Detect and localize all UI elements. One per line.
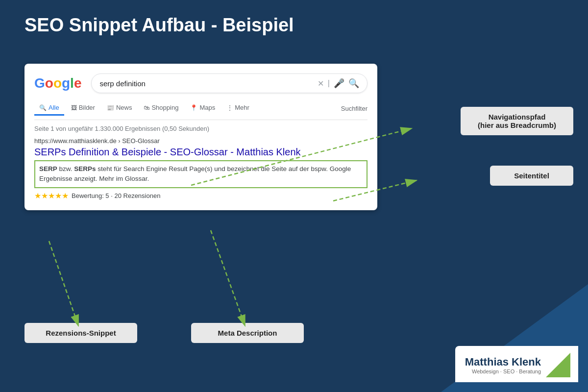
result-url: https://www.matthiasklenk.de › SEO-Gloss…: [34, 137, 368, 145]
tab-news[interactable]: 📰 News: [102, 101, 137, 116]
serp-mockup: Google serp definition ✕ | 🎤 🔍 🔍 Alle 🖼 …: [24, 64, 377, 210]
brand-box: Matthias Klenk Webdesign · SEO · Beratun…: [455, 346, 578, 382]
brand-text: Matthias Klenk Webdesign · SEO · Beratun…: [465, 356, 541, 374]
svg-line-3: [49, 241, 78, 326]
mehr-icon: ⋮: [227, 104, 233, 111]
search-bar[interactable]: serp definition ✕ | 🎤 🔍: [91, 74, 368, 93]
brand-footer: Matthias Klenk Webdesign · SEO · Beratun…: [455, 346, 578, 382]
result-description: SERP bzw. SERPs steht für Search Engine …: [34, 160, 368, 188]
tab-bilder[interactable]: 🖼 Bilder: [66, 101, 100, 116]
rating-text: Bewertung: 5 · 20 Rezensionen: [72, 192, 160, 199]
tab-mehr[interactable]: ⋮ Mehr: [222, 101, 254, 116]
label-rezensions-snippet: Rezensions-Snippet: [24, 323, 137, 343]
tab-maps[interactable]: 📍 Maps: [185, 101, 220, 116]
suchfilter-label[interactable]: Suchfilter: [341, 105, 368, 112]
label-seitentitel: Seitentitel: [490, 166, 573, 186]
search-result: https://www.matthiasklenk.de › SEO-Gloss…: [34, 137, 368, 200]
clear-icon[interactable]: ✕: [318, 79, 324, 88]
svg-line-2: [211, 230, 245, 326]
bilder-icon: 🖼: [71, 104, 77, 111]
nav-tabs: 🔍 Alle 🖼 Bilder 📰 News 🛍 Shopping 📍 Maps…: [34, 101, 368, 120]
search-glass-icon[interactable]: 🔍: [348, 78, 359, 89]
star-rating: ★★★★★: [34, 191, 69, 200]
label-meta-description: Meta Description: [191, 323, 304, 343]
divider: |: [328, 79, 330, 88]
tab-alle[interactable]: 🔍 Alle: [34, 101, 64, 116]
alle-icon: 🔍: [39, 104, 47, 111]
shopping-icon: 🛍: [144, 104, 149, 111]
search-query-text: serp definition: [99, 79, 313, 88]
google-header: Google serp definition ✕ | 🎤 🔍: [34, 74, 368, 93]
news-icon: 📰: [107, 104, 114, 111]
results-count: Seite 1 von ungefähr 1.330.000 Ergebniss…: [34, 125, 368, 132]
google-logo: Google: [34, 75, 81, 91]
label-navigationspfad: Navigationspfad (hier aus Breadcrumb): [461, 107, 573, 135]
mic-icon[interactable]: 🎤: [334, 78, 344, 89]
result-title[interactable]: SERPs Definition & Beispiele - SEO-Gloss…: [34, 146, 368, 158]
tab-shopping[interactable]: 🛍 Shopping: [139, 101, 183, 116]
maps-icon: 📍: [190, 104, 197, 111]
brand-logo-triangle: [546, 353, 570, 377]
page-title: SEO Snippet Aufbau - Beispiel: [24, 15, 294, 36]
rating-row: ★★★★★ Bewertung: 5 · 20 Rezensionen: [34, 191, 368, 200]
